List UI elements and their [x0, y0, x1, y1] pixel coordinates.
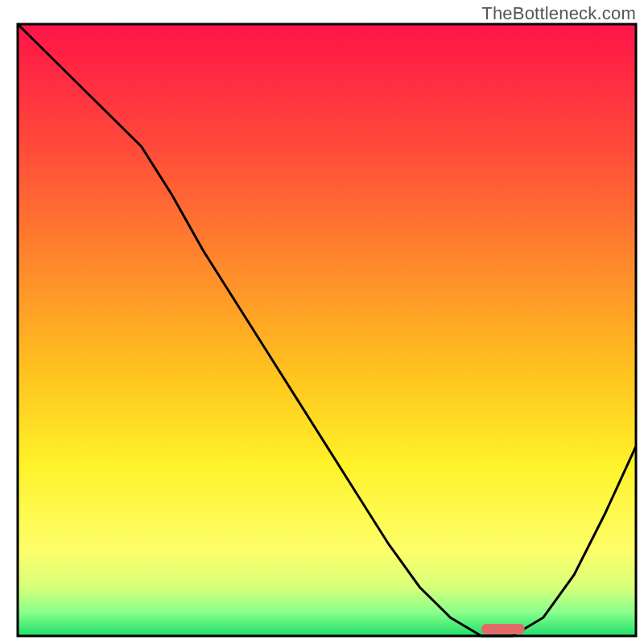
chart-container: TheBottleneck.com	[0, 0, 644, 644]
optimal-marker	[481, 624, 525, 634]
bottleneck-chart	[0, 0, 644, 644]
